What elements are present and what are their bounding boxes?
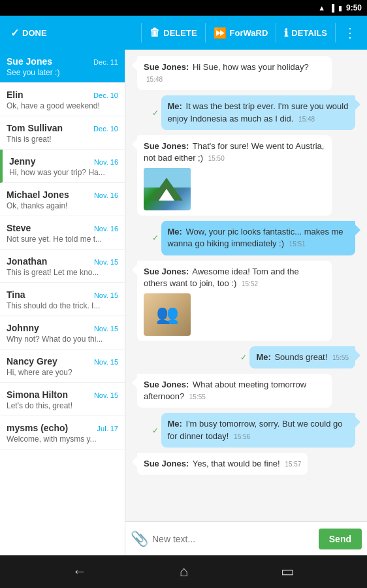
conv-name: Michael Jones	[7, 189, 69, 200]
battery-icon: ▮	[338, 4, 342, 12]
wifi-icon: ▲	[318, 4, 325, 12]
conv-preview: Let's do this, great!	[7, 401, 118, 410]
bubble-arrow	[132, 265, 137, 275]
message-bubble: Me: Wow, your pic looks fantastic... mak…	[161, 221, 356, 255]
message-sender: Me:	[168, 101, 182, 111]
message-row: ✓ Me: It was the best trip ever. I'm sur…	[132, 95, 360, 129]
done-label: DONE	[22, 28, 47, 38]
conv-preview: Hi, how was your trip? Ha...	[9, 168, 118, 177]
bubble-arrow	[355, 350, 360, 361]
main-content: Sue Jones Dec. 11 See you later :) Elin …	[0, 50, 367, 555]
send-button[interactable]: Send	[319, 529, 362, 549]
bubble-arrow	[355, 99, 360, 110]
message-text: Yes, that would be fine!	[193, 459, 280, 468]
message-time: 15:56	[234, 433, 250, 440]
bottom-nav: ← ⌂ ▭	[0, 555, 367, 588]
home-button[interactable]: ⌂	[167, 558, 201, 585]
conv-name: Tom Sullivan	[7, 123, 63, 133]
bubble-arrow	[355, 225, 360, 235]
message-time: 15:52	[242, 280, 258, 287]
conversation-item[interactable]: Jonathan Nov. 15 This is great! Let me k…	[0, 250, 125, 283]
bubble-arrow	[132, 457, 137, 467]
message-sender: Sue Jones:	[144, 459, 189, 468]
conversation-item[interactable]: mysms (echo) Jul. 17 Welcome, with mysms…	[0, 416, 125, 449]
message-sender: Sue Jones:	[144, 62, 189, 72]
conversation-item[interactable]: Michael Jones Nov. 16 Ok, thanks again!	[0, 183, 125, 216]
message-bubble: Sue Jones: Yes, that would be fine! 15:5…	[137, 453, 308, 475]
recents-button[interactable]: ▭	[268, 558, 308, 585]
conversation-item[interactable]: Steve Nov. 16 Not sure yet. He told me t…	[0, 216, 125, 250]
message-sender: Sue Jones:	[144, 141, 189, 151]
conversation-item[interactable]: Tom Sullivan Dec. 10 This is great!	[0, 116, 125, 150]
back-button[interactable]: ←	[59, 558, 100, 585]
message-row: Sue Jones: That's for sure! We went to A…	[132, 135, 360, 216]
forward-label: ForWaRD	[230, 28, 268, 38]
conv-date: Dec. 10	[93, 125, 118, 133]
message-bubble: Sue Jones: What about meeting tomorrow a…	[137, 374, 332, 408]
conversation-item[interactable]: Johnny Nov. 15 Why not? What do you thi.…	[0, 316, 125, 350]
conv-date: Nov. 15	[94, 358, 118, 366]
check-icon: ✓	[152, 233, 159, 242]
conv-name: Johnny	[7, 323, 39, 333]
conv-name: Nancy Grey	[7, 356, 57, 367]
conversation-item[interactable]: Jenny Nov. 16 Hi, how was your trip? Ha.…	[0, 150, 125, 183]
trash-icon: 🗑	[150, 27, 160, 39]
message-sender: Sue Jones:	[144, 267, 189, 276]
message-row: Sue Jones: Awesome idea! Tom and the oth…	[132, 261, 360, 341]
conv-preview: This should do the trick. I...	[7, 301, 118, 310]
conv-name: Sue Jones	[7, 56, 52, 67]
forward-button[interactable]: ⏩ ForWaRD	[208, 23, 274, 43]
conv-date: Nov. 16	[94, 225, 118, 233]
conversation-item[interactable]: Nancy Grey Nov. 15 Hi, where are you?	[0, 350, 125, 383]
delete-label: DELETE	[163, 28, 197, 38]
text-input[interactable]	[152, 534, 315, 544]
top-action-bar: ✓ DONE 🗑 DELETE ⏩ ForWaRD ℹ DETAILS ⋮	[0, 16, 367, 50]
divider	[141, 23, 142, 42]
message-time: 15:55	[332, 354, 349, 361]
divider3	[276, 23, 276, 42]
message-row: Sue Jones: What about meeting tomorrow a…	[132, 374, 360, 408]
divider4	[335, 23, 336, 42]
conv-preview: Ok, thanks again!	[7, 201, 118, 210]
forward-icon: ⏩	[214, 27, 227, 39]
delete-button[interactable]: 🗑 DELETE	[144, 23, 202, 42]
message-text: Hi Sue, how was your holiday?	[193, 62, 309, 72]
details-label: DETAILS	[291, 28, 327, 38]
conv-preview: This is great!	[7, 135, 118, 144]
message-image	[144, 168, 191, 210]
conv-date: Nov. 16	[94, 158, 118, 166]
done-button[interactable]: ✓ DONE	[5, 23, 52, 43]
divider2	[205, 23, 206, 42]
message-sender: Me:	[168, 227, 182, 237]
conv-name: Steve	[7, 223, 31, 233]
conv-date: Nov. 15	[94, 258, 118, 266]
attach-icon[interactable]: 📎	[131, 531, 148, 547]
message-time: 15:51	[289, 240, 306, 248]
check-icon: ✓	[152, 426, 159, 435]
message-time: 15:50	[208, 155, 225, 162]
conversation-item[interactable]: Tina Nov. 15 This should do the trick. I…	[0, 283, 125, 316]
conv-name: Jenny	[9, 156, 35, 167]
conversation-item[interactable]: Sue Jones Dec. 11 See you later :)	[0, 50, 125, 83]
signal-icon: ▐	[329, 4, 334, 12]
info-icon: ℹ	[284, 27, 288, 39]
conversation-item[interactable]: Simona Hilton Nov. 15 Let's do this, gre…	[0, 383, 125, 416]
conv-name: Jonathan	[7, 256, 47, 267]
message-row: Sue Jones: Hi Sue, how was your holiday?…	[132, 56, 360, 90]
message-text: I'm busy tomorrow, sorry. But we could g…	[168, 419, 343, 440]
bubble-arrow	[355, 417, 360, 427]
conv-preview: Not sure yet. He told me t...	[7, 235, 118, 244]
conv-date: Nov. 15	[94, 391, 118, 399]
message-bubble: Sue Jones: Hi Sue, how was your holiday?…	[137, 56, 332, 90]
message-image	[144, 293, 191, 336]
details-button[interactable]: ℹ DETAILS	[279, 23, 332, 43]
conv-name: Simona Hilton	[7, 389, 68, 400]
message-text: Sounds great!	[274, 352, 327, 362]
more-button[interactable]: ⋮	[338, 21, 362, 44]
conv-date: Dec. 11	[93, 58, 118, 66]
conversation-item[interactable]: Elin Dec. 10 Ok, have a good weekend!	[0, 83, 125, 116]
conv-preview: Welcome, with mysms y...	[7, 434, 118, 444]
conv-preview: This is great! Let me kno...	[7, 268, 118, 277]
conversation-list: Sue Jones Dec. 11 See you later :) Elin …	[0, 50, 125, 555]
message-time: 15:48	[146, 76, 163, 83]
